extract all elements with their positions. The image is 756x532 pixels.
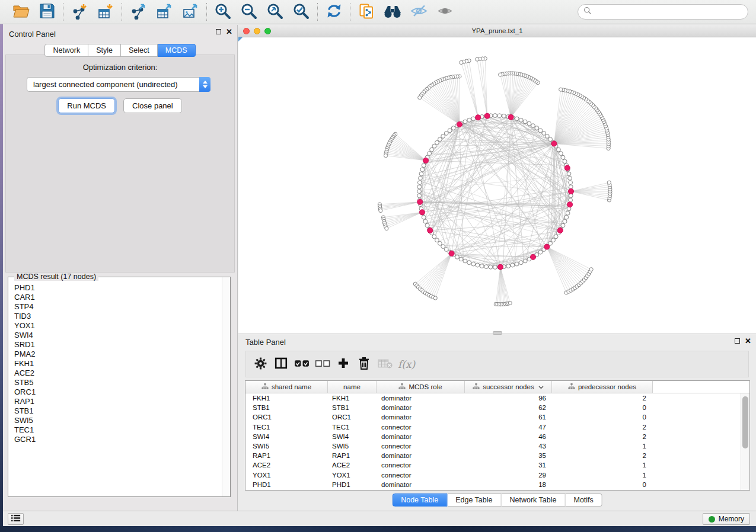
result-list-item[interactable]: PHD1 [14, 283, 221, 293]
table-cell[interactable]: 31 [465, 462, 552, 469]
add-row-button[interactable] [336, 357, 351, 372]
table-cell[interactable]: 2 [552, 424, 653, 431]
table-cell[interactable]: PHD1 [245, 481, 328, 488]
column-header-MCDS-role[interactable]: MCDS role [377, 381, 465, 393]
column-header-name[interactable]: name [328, 381, 377, 393]
table-cell[interactable]: 2 [552, 395, 653, 402]
show-all-button[interactable] [433, 2, 456, 21]
table-cell[interactable]: 1 [552, 443, 653, 450]
search-input[interactable] [595, 6, 748, 18]
open-file-button[interactable] [9, 2, 32, 21]
result-scrollbar[interactable] [222, 277, 230, 496]
table-cell[interactable]: ACE2 [328, 462, 377, 469]
export-image-button[interactable] [179, 2, 202, 21]
table-row[interactable]: PHD1PHD1dominator180 [245, 480, 741, 489]
split-view-button[interactable] [273, 357, 289, 372]
result-list-item[interactable]: PMA2 [14, 350, 221, 359]
table-cell[interactable]: 35 [465, 452, 552, 459]
table-cell[interactable]: dominator [377, 481, 465, 488]
clone-network-button[interactable] [355, 2, 378, 21]
zoom-in-button[interactable] [212, 2, 234, 21]
tab-node-table[interactable]: Node Table [392, 493, 447, 507]
table-scrollbar[interactable] [741, 393, 749, 490]
result-list-item[interactable]: SRD1 [14, 340, 221, 350]
table-cell[interactable]: TEC1 [328, 424, 377, 431]
zoom-out-button[interactable] [238, 2, 260, 21]
import-table-button[interactable] [94, 2, 117, 21]
deselect-all-button[interactable] [315, 357, 330, 372]
import-network-button[interactable] [68, 2, 91, 21]
table-cell[interactable]: dominator [377, 395, 465, 402]
settings-button[interactable] [253, 357, 268, 372]
table-cell[interactable]: dominator [377, 433, 465, 440]
table-row[interactable]: TEC1TEC1connector472 [245, 422, 741, 432]
table-cell[interactable]: 2 [552, 433, 653, 440]
table-cell[interactable]: RAP1 [328, 452, 377, 459]
close-table-panel-icon[interactable]: ✕ [745, 338, 751, 344]
export-network-button[interactable] [127, 2, 149, 21]
table-row[interactable]: RAP1RAP1dominator352 [245, 451, 741, 460]
table-cell[interactable]: SWI4 [245, 433, 328, 440]
table-cell[interactable]: dominator [377, 404, 465, 411]
result-list-item[interactable]: FKH1 [14, 359, 221, 368]
table-cell[interactable]: STB1 [328, 404, 377, 411]
table-cell[interactable]: ORC1 [245, 414, 328, 421]
result-list-item[interactable]: STB1 [14, 406, 221, 416]
table-cell[interactable]: connector [377, 424, 465, 431]
zoom-fit-button[interactable] [264, 2, 286, 21]
select-all-button[interactable] [294, 357, 310, 372]
table-cell[interactable]: 1 [552, 462, 653, 469]
table-row[interactable]: STB1STB1dominator620 [245, 403, 741, 412]
table-cell[interactable]: 2 [552, 452, 653, 459]
result-list-item[interactable]: TID3 [14, 312, 221, 321]
result-list-item[interactable]: GCR1 [14, 435, 221, 444]
result-list-item[interactable]: CAR1 [14, 293, 221, 302]
tab-style[interactable]: Style [88, 44, 121, 57]
float-table-panel-icon[interactable] [735, 338, 740, 344]
run-mcds-button[interactable]: Run MCDS [58, 98, 115, 113]
table-cell[interactable]: PHD1 [328, 481, 377, 488]
column-header-predecessor-nodes[interactable]: predecessor nodes [552, 381, 653, 393]
node-table[interactable]: shared namenameMCDS rolesuccessor nodesp… [245, 380, 750, 491]
save-session-button[interactable] [36, 2, 58, 21]
table-cell[interactable]: dominator [377, 414, 465, 421]
memory-button[interactable]: Memory [703, 513, 750, 525]
network-canvas[interactable] [238, 37, 756, 334]
first-neighbors-button[interactable] [381, 2, 404, 21]
table-cell[interactable]: 0 [552, 404, 653, 411]
table-row[interactable]: ORC1ORC1dominator610 [245, 412, 741, 422]
table-cell[interactable]: ACE2 [245, 462, 328, 469]
criterion-select[interactable]: largest connected component (undirected) [27, 77, 210, 92]
table-row[interactable]: YOX1YOX1connector291 [245, 470, 741, 480]
table-cell[interactable]: 62 [465, 404, 552, 411]
tab-motifs[interactable]: Motifs [565, 493, 602, 507]
result-list-item[interactable]: SWI5 [14, 416, 221, 425]
search-box[interactable] [578, 4, 748, 20]
close-panel-icon[interactable]: ✕ [226, 29, 232, 34]
table-row[interactable]: SWI4SWI4dominator462 [245, 432, 741, 441]
table-cell[interactable]: YOX1 [245, 472, 328, 479]
table-cell[interactable]: TEC1 [245, 424, 328, 431]
network-window-titlebar[interactable]: YPA_prune.txt_1 [238, 25, 756, 37]
table-cell[interactable]: dominator [377, 452, 465, 459]
table-cell[interactable]: SWI5 [245, 443, 328, 450]
table-cell[interactable]: YOX1 [328, 472, 377, 479]
table-cell[interactable]: connector [377, 472, 465, 479]
table-cell[interactable]: 0 [552, 481, 653, 488]
table-scrollbar-thumb[interactable] [742, 396, 748, 448]
result-list-item[interactable]: ORC1 [14, 387, 221, 397]
table-cell[interactable]: 1 [552, 472, 653, 479]
table-cell[interactable]: 29 [465, 472, 552, 479]
result-list-item[interactable]: SWI4 [14, 331, 221, 340]
refresh-button[interactable] [323, 2, 345, 21]
float-panel-icon[interactable] [216, 29, 221, 34]
tab-network[interactable]: Network [44, 44, 88, 57]
table-cell[interactable]: FKH1 [245, 395, 328, 402]
tab-network-table[interactable]: Network Table [502, 493, 566, 507]
result-list-item[interactable]: YOX1 [14, 321, 221, 331]
tab-edge-table[interactable]: Edge Table [447, 493, 501, 507]
show-panels-button[interactable] [8, 513, 24, 525]
mcds-result-list[interactable]: PHD1CAR1STP4TID3YOX1SWI4SRD1PMA2FKH1ACE2… [9, 283, 221, 496]
table-cell[interactable]: 61 [465, 414, 552, 421]
table-cell[interactable]: connector [377, 462, 465, 469]
